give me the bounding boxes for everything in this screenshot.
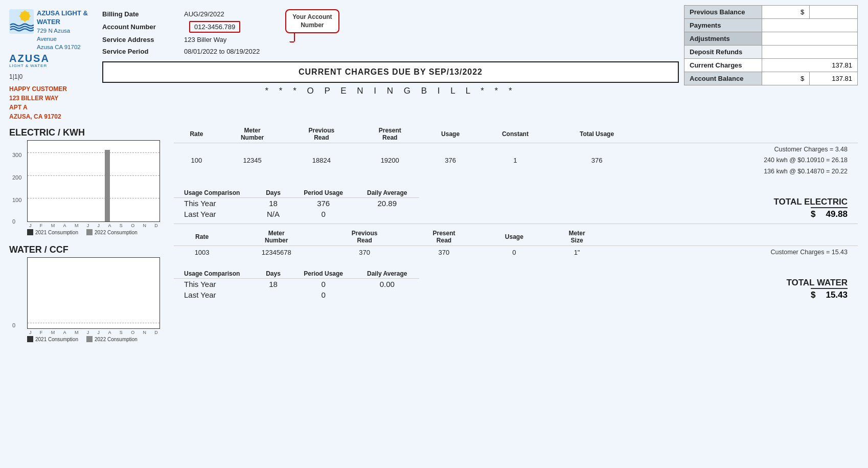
water-uc-this-year-avg: 0.00 — [355, 279, 419, 290]
service-period-value: 08/01/2022 to 08/19/2022 — [184, 47, 260, 56]
total-electric-block: TOTAL ELECTRIC $ 49.88 — [774, 197, 858, 219]
electric-previous-read: 18824 — [285, 143, 357, 178]
water-legend-2021-box — [27, 336, 33, 342]
azusa-logo-icon — [9, 9, 34, 34]
adjustments-value — [762, 32, 857, 46]
grid-line-200 — [28, 175, 159, 176]
water-uc-last-year-period: 0 — [292, 289, 355, 300]
water-header-previous-read: PreviousRead — [323, 228, 406, 246]
customer-address: HAPPY CUSTOMER 123 BILLER WAY APT A AZUS… — [9, 84, 67, 121]
legend-2021-box — [27, 229, 33, 235]
customer-addr3: AZUSA, CA 91702 — [9, 112, 67, 121]
electric-uc-header-comparison: Usage Comparison — [174, 188, 255, 198]
water-chart-title: WATER / CCF — [9, 244, 165, 255]
electric-customer-charges: Customer Charges = 3.48 — [646, 144, 848, 155]
electric-usage: 376 — [422, 143, 478, 178]
total-electric-amount: 49.88 — [826, 209, 848, 219]
total-electric-dollar: $ — [811, 209, 815, 219]
opening-bill-line: * * * O P E N I N G B I L L * * * — [102, 86, 679, 96]
billing-center: Billing Date AUG/29/2022 Account Number … — [92, 5, 684, 96]
electric-charges-text: Customer Charges = 3.48 240 kwh @ $0.109… — [646, 144, 848, 177]
barcode: 1|1|0 — [9, 73, 22, 80]
customer-name: HAPPY CUSTOMER — [9, 84, 67, 94]
total-electric-label: TOTAL ELECTRIC — [774, 197, 848, 207]
electric-x-labels: JFMAMJJASOND — [27, 223, 160, 228]
electric-present-read: 19200 — [357, 143, 422, 178]
legend-2021-label: 2021 Consumption — [35, 230, 78, 235]
water-usage: 0 — [482, 246, 547, 259]
legend-2021: 2021 Consumption — [27, 229, 78, 235]
electric-tier1: 240 kwh @ $0.10910 = 26.18 — [646, 155, 848, 166]
electric-usage-table: Usage Comparison Days Period Usage Daily… — [174, 188, 419, 219]
callout-line2: Number — [301, 21, 324, 29]
water-legend-2022-box — [86, 336, 93, 342]
electric-uc-header-period-usage: Period Usage — [292, 188, 355, 198]
previous-balance-symbol: $ — [762, 6, 810, 19]
electric-uc-last-year-label: Last Year — [174, 209, 255, 219]
water-grid-line-0 — [28, 323, 159, 323]
electric-header-meter-number: MeterNumber — [219, 125, 286, 143]
water-header-rate: Rate — [174, 228, 230, 246]
total-electric-value-row: $ 49.88 — [811, 207, 848, 219]
water-usage-comparison-row: Usage Comparison Days Period Usage Daily… — [174, 269, 858, 300]
account-callout: Your Account Number — [285, 9, 339, 42]
electric-uc-this-year-period: 376 — [292, 197, 355, 209]
electric-constant: 1 — [478, 143, 552, 178]
water-x-labels: JFMAMJJASOND — [27, 330, 160, 335]
account-number-row: Account Number 012-3456.789 — [102, 21, 260, 33]
deposit-refunds-label: Deposit Refunds — [684, 46, 762, 59]
account-balance-value: 137.81 — [810, 72, 858, 85]
water-previous-read: 370 — [323, 246, 406, 259]
total-water-amount: 15.43 — [826, 290, 848, 300]
water-rate: 1003 — [174, 246, 230, 259]
total-water-value-row: $ 15.43 — [811, 288, 848, 300]
service-address-value: 123 Biller Way — [184, 35, 226, 44]
water-uc-header-daily-avg: Daily Average — [355, 269, 419, 279]
total-water-label: TOTAL WATER — [786, 278, 848, 288]
svg-marker-11 — [289, 41, 294, 42]
electric-usage-comparison-row: Usage Comparison Days Period Usage Daily… — [174, 188, 858, 219]
water-header-usage: Usage — [482, 228, 547, 246]
header-section: AZUSA LIGHT & WATER 729 N Azusa Avenue A… — [5, 5, 863, 121]
billing-date-value: AUG/29/2022 — [184, 9, 224, 19]
water-uc-last-year-avg — [355, 289, 419, 300]
legend-2022-label: 2022 Consumption — [95, 230, 138, 235]
water-meter-table: Rate MeterNumber PreviousRead PresentRea… — [174, 228, 858, 259]
water-legend-2021: 2021 Consumption — [27, 336, 78, 342]
account-balance-symbol: $ — [762, 72, 810, 85]
water-uc-header-days: Days — [255, 269, 292, 279]
water-meter-number: 12345678 — [230, 246, 323, 259]
electric-uc-header-days: Days — [255, 188, 292, 198]
azusa-logo-text: AZUSA LIGHT & WATER — [9, 53, 50, 68]
electric-uc-last-year-avg — [355, 209, 419, 219]
account-balance-label: Account Balance — [684, 72, 762, 85]
electric-header-rate: Rate — [174, 125, 219, 143]
service-period-label: Service Period — [102, 47, 184, 56]
service-address-label: Service Address — [102, 35, 184, 44]
electric-chart-container: 300 200 100 0 — [27, 140, 160, 222]
water-uc-last-year-days — [255, 289, 292, 300]
water-chart-container: 0 — [27, 257, 160, 329]
azusa-big-text: AZUSA — [9, 53, 50, 63]
water-charges-cell: Customer Charges = 15.43 — [607, 246, 858, 259]
current-charges-label: Current Charges — [684, 59, 762, 72]
water-uc-this-year-label: This Year — [174, 279, 255, 290]
water-legend-2021-label: 2021 Consumption — [35, 337, 78, 342]
electric-chart-section: ELECTRIC / KWH 300 200 100 0 — [9, 127, 165, 235]
electric-rate: 100 — [174, 143, 219, 178]
total-water-dollar: $ — [811, 290, 815, 300]
section-divider — [174, 224, 858, 224]
billing-date-label: Billing Date — [102, 9, 184, 19]
electric-tier2: 136 kwh @ $0.14870 = 20.22 — [646, 166, 848, 177]
electric-header-total-usage: Total Usage — [552, 125, 642, 143]
company-name: AZUSA LIGHT & WATER — [37, 9, 88, 27]
electric-bar-2022-aug — [105, 150, 110, 221]
legend-2022: 2022 Consumption — [86, 229, 138, 235]
customer-addr2: APT A — [9, 103, 67, 112]
previous-balance-value — [810, 6, 858, 19]
electric-uc-this-year-days: 18 — [255, 197, 292, 209]
azusa-small-text: LIGHT & WATER — [9, 63, 47, 68]
payments-value — [762, 19, 857, 32]
account-number-label: Account Number — [102, 22, 184, 32]
billing-date-row: Billing Date AUG/29/2022 — [102, 9, 260, 19]
